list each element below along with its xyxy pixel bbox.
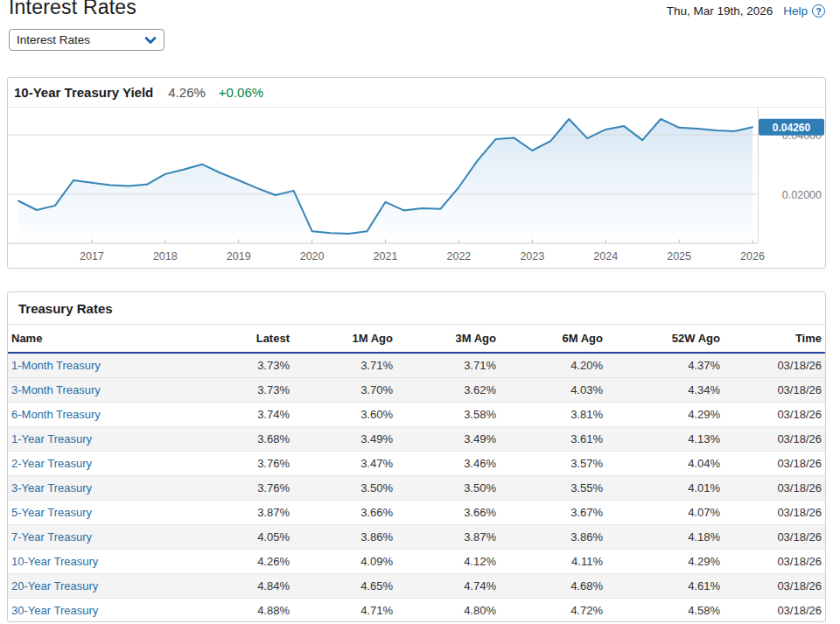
rate-cell: 4.12% <box>400 550 503 574</box>
treasury-yield-chart[interactable]: 2017201820192020202120222023202420252026… <box>8 108 825 269</box>
treasury-name-link[interactable]: 5-Year Treasury <box>11 506 92 519</box>
dropdown-selected-value: Interest Rates <box>17 33 90 46</box>
category-dropdown[interactable]: Interest Rates <box>9 29 164 51</box>
rate-cell: 3.81% <box>503 403 610 427</box>
name-cell: 5-Year Treasury <box>8 501 242 525</box>
yield-area <box>18 119 752 243</box>
x-tick-label: 2024 <box>593 250 618 263</box>
treasury-rates-table: NameLatest1M Ago3M Ago6M Ago52W AgoTime … <box>8 325 825 622</box>
rate-cell: 3.73% <box>242 353 297 378</box>
time-cell: 03/18/26 <box>727 574 825 599</box>
chart-title: 10-Year Treasury Yield <box>14 85 153 100</box>
rate-cell: 3.71% <box>297 353 400 378</box>
treasury-name-link[interactable]: 3-Month Treasury <box>11 383 101 396</box>
time-cell: 03/18/26 <box>727 378 825 403</box>
treasury-name-link[interactable]: 30-Year Treasury <box>11 604 98 617</box>
x-tick-label: 2025 <box>667 250 691 263</box>
rate-cell: 3.66% <box>297 501 400 525</box>
time-cell: 03/18/26 <box>727 501 825 525</box>
rate-cell: 4.26% <box>242 550 297 574</box>
table-row: 10-Year Treasury4.26%4.09%4.12%4.11%4.29… <box>8 550 825 574</box>
column-header-3m-ago: 3M Ago <box>400 325 503 353</box>
x-tick-label: 2023 <box>520 250 544 263</box>
header-right: Thu, Mar 19th, 2026 Help ? <box>667 4 825 18</box>
rate-cell: 4.74% <box>400 574 503 599</box>
treasury-name-link[interactable]: 1-Month Treasury <box>11 359 101 372</box>
rate-cell: 4.05% <box>242 525 297 550</box>
rate-cell: 3.86% <box>503 525 610 550</box>
rate-cell: 3.68% <box>242 427 297 452</box>
rate-cell: 3.74% <box>242 403 297 427</box>
treasury-name-link[interactable]: 6-Month Treasury <box>11 408 101 421</box>
page-title: Interest Rates <box>9 0 136 19</box>
table-header-row: NameLatest1M Ago3M Ago6M Ago52W AgoTime <box>8 325 825 353</box>
rate-cell: 4.13% <box>610 427 727 452</box>
rate-cell: 3.62% <box>400 378 503 403</box>
chart-card: 10-Year Treasury Yield 4.26% +0.06% 2017… <box>7 77 826 269</box>
treasury-rates-card: Treasury Rates NameLatest1M Ago3M Ago6M … <box>7 291 826 622</box>
name-cell: 1-Month Treasury <box>8 353 242 378</box>
x-tick-label: 2017 <box>80 250 104 263</box>
column-header-latest: Latest <box>242 325 297 353</box>
rate-cell: 3.49% <box>297 427 400 452</box>
rate-cell: 3.55% <box>503 476 610 501</box>
table-row: 3-Month Treasury3.73%3.70%3.62%4.03%4.34… <box>8 378 825 403</box>
column-header-name: Name <box>8 325 242 353</box>
rate-cell: 4.09% <box>297 550 400 574</box>
name-cell: 1-Year Treasury <box>8 427 242 452</box>
rate-cell: 3.57% <box>503 452 610 476</box>
chart-title-row: 10-Year Treasury Yield 4.26% +0.06% <box>8 78 825 108</box>
table-row: 2-Year Treasury3.76%3.47%3.46%3.57%4.04%… <box>8 452 825 476</box>
time-cell: 03/18/26 <box>727 427 825 452</box>
column-header-time: Time <box>727 325 825 353</box>
name-cell: 2-Year Treasury <box>8 452 242 476</box>
time-cell: 03/18/26 <box>727 452 825 476</box>
time-cell: 03/18/26 <box>727 476 825 501</box>
x-tick-label: 2022 <box>446 250 471 263</box>
rate-cell: 3.60% <box>297 403 400 427</box>
rate-cell: 3.66% <box>400 501 503 525</box>
rate-cell: 4.29% <box>610 550 727 574</box>
chevron-down-icon <box>144 36 157 45</box>
rate-cell: 3.70% <box>297 378 400 403</box>
rate-cell: 4.07% <box>610 501 727 525</box>
treasury-name-link[interactable]: 10-Year Treasury <box>11 555 98 568</box>
rate-cell: 4.71% <box>297 599 400 623</box>
rate-cell: 3.87% <box>242 501 297 525</box>
rate-cell: 3.58% <box>400 403 503 427</box>
current-date: Thu, Mar 19th, 2026 <box>667 4 774 18</box>
help-icon[interactable]: ? <box>812 4 825 18</box>
treasury-name-link[interactable]: 7-Year Treasury <box>11 530 92 543</box>
help-link[interactable]: Help <box>783 4 808 18</box>
name-cell: 3-Month Treasury <box>8 378 242 403</box>
rate-cell: 4.20% <box>503 353 610 378</box>
name-cell: 20-Year Treasury <box>8 574 242 599</box>
name-cell: 6-Month Treasury <box>8 403 242 427</box>
rate-cell: 4.68% <box>503 574 610 599</box>
table-row: 1-Year Treasury3.68%3.49%3.49%3.61%4.13%… <box>8 427 825 452</box>
rate-cell: 4.88% <box>242 599 297 623</box>
table-title: Treasury Rates <box>8 292 825 325</box>
column-header-1m-ago: 1M Ago <box>297 325 400 353</box>
column-header-52w-ago: 52W Ago <box>610 325 727 353</box>
treasury-name-link[interactable]: 1-Year Treasury <box>11 432 92 445</box>
rate-cell: 3.49% <box>400 427 503 452</box>
interest-rates-page: Interest Rates Thu, Mar 19th, 2026 Help … <box>0 0 840 624</box>
treasury-name-link[interactable]: 20-Year Treasury <box>11 579 98 592</box>
x-tick-label: 2020 <box>300 250 325 263</box>
rate-cell: 4.01% <box>610 476 727 501</box>
table-row: 30-Year Treasury4.88%4.71%4.80%4.72%4.58… <box>8 599 825 623</box>
table-row: 7-Year Treasury4.05%3.86%3.87%3.86%4.18%… <box>8 525 825 550</box>
rate-cell: 3.73% <box>242 378 297 403</box>
treasury-name-link[interactable]: 3-Year Treasury <box>11 481 92 494</box>
table-row: 3-Year Treasury3.76%3.50%3.50%3.55%4.01%… <box>8 476 825 501</box>
name-cell: 7-Year Treasury <box>8 525 242 550</box>
time-cell: 03/18/26 <box>727 525 825 550</box>
rate-cell: 3.50% <box>297 476 400 501</box>
x-tick-label: 2018 <box>153 250 178 263</box>
rate-cell: 3.87% <box>400 525 503 550</box>
table-row: 6-Month Treasury3.74%3.60%3.58%3.81%4.29… <box>8 403 825 427</box>
column-header-6m-ago: 6M Ago <box>503 325 610 353</box>
treasury-name-link[interactable]: 2-Year Treasury <box>11 457 92 470</box>
chart-current-value: 4.26% <box>168 85 206 100</box>
